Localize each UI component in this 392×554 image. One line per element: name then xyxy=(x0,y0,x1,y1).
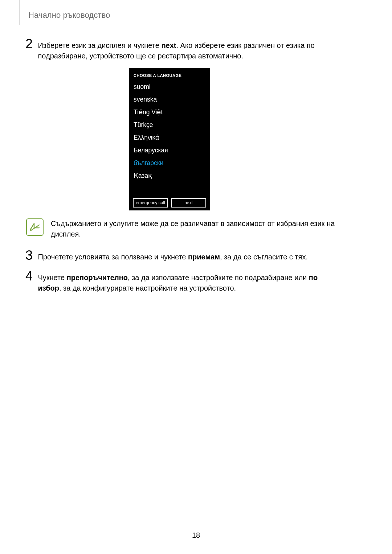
note-icon xyxy=(26,218,44,236)
step-3: 3 Прочетете условията за ползване и чукн… xyxy=(25,249,363,262)
language-option-selected[interactable]: български xyxy=(129,157,210,169)
step-bold: приемам xyxy=(188,253,220,261)
step-text: , за да използвате настройките по подраз… xyxy=(128,274,309,282)
phone-button-bar: emergency call next xyxy=(133,198,206,208)
language-option[interactable]: Ελληνικά xyxy=(129,131,210,144)
language-option[interactable]: Türkçe xyxy=(129,119,210,131)
step-text: , за да се съгласите с тях. xyxy=(220,253,308,261)
language-option[interactable]: svenska xyxy=(129,93,210,106)
step-text: Изберете език за дисплея и чукнете xyxy=(38,41,161,49)
step-text: , за да конфигурирате настройките на уст… xyxy=(59,284,236,292)
next-button[interactable]: next xyxy=(171,198,206,208)
step-number: 3 xyxy=(25,249,36,262)
emergency-call-button[interactable]: emergency call xyxy=(133,198,168,208)
step-body: Чукнете препоръчително, за да използвате… xyxy=(38,272,335,294)
step-text: Чукнете xyxy=(38,274,66,282)
step-bold: препоръчително xyxy=(67,274,128,282)
language-option[interactable]: Қазақ xyxy=(129,169,210,182)
side-rule xyxy=(20,0,20,25)
phone-screen-title: CHOOSE A LANGUAGE xyxy=(129,72,210,81)
language-option[interactable]: Беларуская xyxy=(129,144,210,157)
step-number: 2 xyxy=(25,37,36,50)
step-text: Прочетете условията за ползване и чукнет… xyxy=(38,253,188,261)
page-number: 18 xyxy=(0,531,392,539)
step-bold: next xyxy=(161,41,176,49)
info-note: Съдържанието и услугите може да се разли… xyxy=(26,218,363,239)
step-4: 4 Чукнете препоръчително, за да използва… xyxy=(25,270,363,294)
language-option[interactable]: Tiếng Việt xyxy=(129,106,210,119)
step-2: 2 Изберете език за дисплея и чукнете nex… xyxy=(25,37,363,61)
note-text: Съдържанието и услугите може да се разли… xyxy=(51,218,363,239)
phone-screenshot: CHOOSE A LANGUAGE suomi svenska Tiếng Vi… xyxy=(129,68,210,210)
step-number: 4 xyxy=(25,270,36,283)
language-option[interactable]: suomi xyxy=(129,81,210,93)
step-body: Изберете език за дисплея и чукнете next.… xyxy=(38,40,335,61)
step-body: Прочетете условията за ползване и чукнет… xyxy=(38,252,308,262)
page-header-title: Начално ръководство xyxy=(28,11,110,20)
manual-page: Начално ръководство 2 Изберете език за д… xyxy=(0,0,392,554)
